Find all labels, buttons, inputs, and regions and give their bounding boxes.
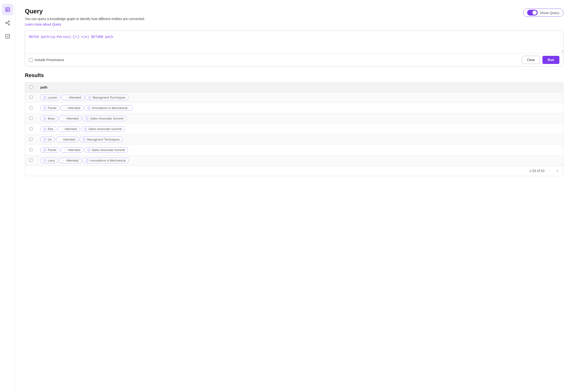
sidebar-item-table[interactable] [2, 4, 13, 15]
main-content: Query You can query a knowledge graph to… [15, 0, 573, 392]
edge-label: Attended [68, 106, 80, 110]
table-row: Lauren→AttendedManagment Techniques [25, 92, 563, 103]
pagination-prev-button[interactable]: ‹ [548, 168, 552, 173]
edge-label: Attended [66, 117, 79, 120]
path-cell: Larry→AttendedInnovations in Mechanical [36, 155, 563, 166]
node2-label: Innovations in Mechanical [90, 159, 126, 162]
node2-dot [84, 128, 87, 131]
path-row: Etta→AttendedSales Associate Summit [40, 126, 559, 132]
node1-pill[interactable]: Parsie [40, 105, 60, 111]
edge-pill[interactable]: →Attended [61, 95, 84, 100]
path-cell: Uri→AttendedManagment Techniques [36, 134, 563, 145]
path-row: Beau→AttendedSales Associate Summit [40, 116, 559, 121]
node1-label: Parsie [48, 148, 56, 152]
row-checkbox[interactable] [29, 148, 33, 151]
path-row: Parsie→AttendedSales Associate Summit [40, 147, 559, 153]
node1-pill[interactable]: Uri [40, 137, 55, 142]
results-table-wrapper: path Lauren→AttendedManagment Techniques… [25, 82, 563, 176]
node1-label: Parsie [48, 106, 56, 110]
svg-point-5 [5, 22, 7, 24]
learn-more-link[interactable]: Learn more about Query [25, 22, 61, 26]
pagination-row: 1-53 of 53 ‹ › [25, 166, 563, 176]
node2-pill[interactable]: Managment Techniques [85, 95, 129, 100]
node2-label: Sales Associate Summit [92, 148, 125, 152]
node2-pill[interactable]: Sales Associate Summit [81, 126, 125, 132]
table-row: Larry→AttendedInnovations in Mechanical [25, 155, 563, 166]
results-table: path Lauren→AttendedManagment Techniques… [25, 83, 563, 166]
node1-pill[interactable]: Beau [40, 116, 58, 121]
path-row: Uri→AttendedManagment Techniques [40, 137, 559, 142]
node1-pill[interactable]: Larry [40, 158, 58, 163]
edge-pill[interactable]: →Attended [59, 158, 82, 163]
node1-dot [43, 159, 46, 162]
edge-pill[interactable]: →Attended [61, 147, 83, 153]
query-footer: Include Provenance Clear Run [25, 53, 563, 66]
row-checkbox-cell [25, 92, 36, 103]
table-row: Beau→AttendedSales Associate Summit [25, 113, 563, 124]
edge-pill[interactable]: →Attended [61, 105, 83, 111]
node1-pill[interactable]: Lauren [40, 95, 60, 100]
node2-dot [83, 138, 86, 141]
arrow-icon: → [64, 148, 67, 152]
arrow-icon: → [64, 96, 67, 99]
row-checkbox[interactable] [29, 127, 33, 130]
provenance-checkbox[interactable] [29, 58, 33, 62]
node2-label: Managment Techniques [93, 96, 125, 99]
row-checkbox-cell [25, 155, 36, 166]
node1-dot [43, 128, 46, 131]
pagination-next-button[interactable]: › [555, 168, 559, 173]
show-query-label-text: Show Query [539, 11, 559, 15]
title-section: Query You can query a knowledge graph to… [25, 8, 145, 31]
path-cell: Parsie→AttendedInnovations in Mechanical… [36, 103, 563, 113]
clear-button[interactable]: Clear [522, 56, 540, 64]
sidebar-item-chart[interactable] [2, 31, 13, 42]
query-textarea[interactable]: MATCH path=(p:Person)-[r]->(e) RETURN pa… [25, 31, 563, 52]
node1-pill[interactable]: Parsie [40, 147, 60, 153]
node1-label: Etta [48, 127, 53, 131]
page-description: You can query a knowledge graph to ident… [25, 17, 145, 21]
arrow-icon: → [59, 138, 62, 141]
node2-dot [86, 117, 89, 120]
node1-dot [43, 149, 46, 152]
node1-dot [43, 138, 46, 141]
toggle-switch[interactable] [527, 10, 538, 16]
node1-pill[interactable]: Etta [40, 126, 56, 132]
row-checkbox[interactable] [29, 159, 33, 162]
node2-pill[interactable]: Innovations in Mechanical... [84, 105, 133, 111]
node2-pill[interactable]: Managment Techniques [79, 137, 123, 142]
page-title: Query [25, 8, 145, 15]
node2-pill[interactable]: Sales Associate Summit [84, 147, 128, 153]
edge-pill[interactable]: →Attended [59, 116, 82, 121]
row-checkbox[interactable] [29, 106, 33, 109]
edge-pill[interactable]: →Attended [57, 126, 80, 132]
row-checkbox[interactable] [29, 138, 33, 141]
run-button[interactable]: Run [542, 56, 559, 64]
sidebar-item-graph[interactable] [2, 17, 13, 29]
provenance-label-text: Include Provenance [35, 58, 64, 62]
table-row: Parsie→AttendedInnovations in Mechanical… [25, 103, 563, 113]
node1-dot [43, 107, 46, 109]
row-checkbox[interactable] [29, 96, 33, 99]
node2-label: Sales Associate Summit [90, 117, 123, 120]
table-header-row: path [25, 83, 563, 92]
results-title: Results [25, 72, 563, 79]
select-all-checkbox[interactable] [29, 85, 33, 88]
provenance-label[interactable]: Include Provenance [29, 58, 64, 62]
path-row: Parsie→AttendedInnovations in Mechanical… [40, 105, 559, 111]
select-all-header[interactable] [25, 83, 36, 92]
node2-dot [86, 159, 89, 162]
node2-pill[interactable]: Innovations in Mechanical [83, 158, 129, 163]
node2-pill[interactable]: Sales Associate Summit [83, 116, 126, 121]
row-checkbox[interactable] [29, 117, 33, 120]
node1-label: Uri [48, 138, 52, 141]
row-checkbox-cell [25, 113, 36, 124]
table-row: Etta→AttendedSales Associate Summit [25, 124, 563, 134]
show-query-container: Show Query [523, 9, 563, 17]
path-cell: Beau→AttendedSales Associate Summit [36, 113, 563, 124]
node1-label: Lauren [48, 96, 57, 99]
path-column-header: path [36, 83, 563, 92]
edge-label: Attended [68, 148, 80, 152]
show-query-toggle[interactable]: Show Query [523, 9, 563, 17]
edge-pill[interactable]: →Attended [56, 137, 79, 142]
node2-dot [87, 149, 90, 152]
